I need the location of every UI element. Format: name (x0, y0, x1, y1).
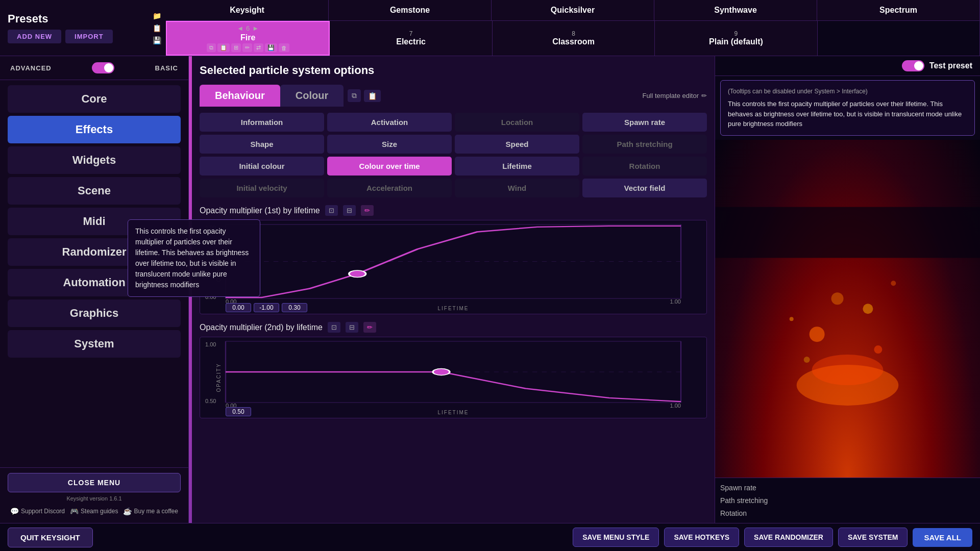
basic-label: BASIC (155, 64, 178, 72)
preset-plain[interactable]: 9 Plain (default) (655, 21, 817, 56)
swap-icon[interactable]: ⇄ (254, 43, 263, 52)
subtab-acceleration[interactable]: Acceleration (327, 179, 452, 197)
subtab-initial-velocity[interactable]: Initial velocity (200, 179, 324, 197)
preset-bar: Presets ADD NEW IMPORT 📁 📋 💾 Keysight Ge… (0, 0, 980, 56)
content-title: Selected particle system options (200, 64, 707, 77)
right-tooltip-text: This controls the first opacity multipli… (728, 99, 967, 129)
clone-icon[interactable]: ⊞ (231, 43, 241, 52)
tab-behaviour[interactable]: Behaviour (200, 85, 280, 107)
main-tab-row: Behaviour Colour ⧉ 📋 Full template edito… (200, 85, 707, 107)
save-hotkeys-button[interactable]: SAVE HOTKEYS (664, 528, 739, 547)
subtab-activation[interactable]: Activation (327, 113, 452, 132)
subtab-location[interactable]: Location (455, 113, 579, 132)
copy-tab-btn[interactable]: ⧉ (348, 89, 361, 102)
svg-point-20 (790, 317, 794, 321)
chart-1-x-label: LIFETIME (437, 306, 469, 311)
advanced-toggle[interactable] (92, 62, 114, 73)
chart-1-x-input[interactable] (226, 303, 251, 312)
bottom-preset-row: ◄ 6 ► Fire ⧉ 📋 ⊞ ✏ ⇄ 💾 🗑 7 Electric (166, 21, 980, 56)
sidebar-item-effects[interactable]: Effects (8, 116, 181, 143)
svg-point-18 (804, 357, 810, 363)
sidebar-item-core[interactable]: Core (8, 85, 181, 113)
close-menu-button[interactable]: CLOSE MENU (8, 473, 181, 492)
tab-synthwave[interactable]: Synthwave (654, 0, 817, 20)
tab-quicksilver[interactable]: Quicksilver (492, 0, 654, 20)
coffee-link[interactable]: ☕ Buy me a coffee (123, 507, 178, 515)
sidebar-item-scene[interactable]: Scene (8, 177, 181, 205)
save-randomizer-button[interactable]: SAVE RANDOMIZER (744, 528, 833, 547)
sidebar-links: 💬 Support Discord 🎮 Steam guides ☕ Buy m… (8, 505, 181, 518)
chart-1-header: Opacity multiplier (1st) by lifetime ⊡ ⊟… (200, 205, 707, 216)
import-button[interactable]: IMPORT (65, 30, 113, 43)
chart-2-table-btn[interactable]: ⊟ (346, 322, 358, 333)
chart-2-header: Opacity multiplier (2nd) by lifetime ⊡ ⊟… (200, 322, 707, 333)
subtab-shape[interactable]: Shape (200, 135, 324, 154)
sidebar-item-widgets[interactable]: Widgets (8, 146, 181, 174)
chart-1-t-input[interactable] (282, 303, 307, 312)
subtab-path-stretching[interactable]: Path stretching (582, 135, 707, 154)
tab-spectrum[interactable]: Spectrum (817, 0, 980, 20)
chart-1-container: OPACITY LIFETIME 1.00 0.00 (200, 220, 707, 314)
svg-point-5 (349, 270, 366, 278)
version-info: Keysight version 1.6.1 (8, 495, 181, 502)
subtab-vector-field[interactable]: Vector field (582, 179, 707, 197)
svg-rect-21 (715, 207, 980, 258)
icon-btn-2[interactable]: 📋 (151, 23, 163, 33)
save-system-button[interactable]: SAVE SYSTEM (838, 528, 908, 547)
tab-keysight[interactable]: Keysight (166, 0, 329, 20)
main-content: Selected particle system options Behavio… (192, 56, 715, 523)
test-preset-toggle[interactable] (902, 60, 924, 71)
sidebar-item-graphics[interactable]: Graphics (8, 299, 181, 327)
chart-2-title: Opacity multiplier (2nd) by lifetime (200, 323, 323, 332)
coffee-icon: ☕ (123, 507, 132, 515)
chart-2-inputs (226, 407, 251, 416)
chart-1-edit-btn[interactable]: ✏ (361, 205, 374, 216)
add-new-button[interactable]: ADD NEW (8, 30, 61, 43)
steam-link[interactable]: 🎮 Steam guides (70, 507, 118, 515)
subtab-spawn-rate[interactable]: Spawn rate (582, 113, 707, 132)
subtab-initial-colour[interactable]: Initial colour (200, 157, 324, 176)
chart-2-edit-btn[interactable]: ✏ (363, 322, 376, 333)
edit-icon[interactable]: ✏ (242, 43, 252, 52)
quit-button[interactable]: QUIT KEYSIGHT (8, 528, 93, 547)
chart-2-container: OPACITY LIFETIME 1.00 0.50 (200, 337, 707, 418)
tab-colour[interactable]: Colour (280, 85, 344, 107)
svg-point-11 (433, 369, 450, 375)
subtab-wind[interactable]: Wind (455, 179, 579, 197)
icon-btn-3[interactable]: 💾 (151, 35, 163, 45)
save-menu-style-button[interactable]: SAVE MENU STYLE (573, 528, 659, 547)
paste-icon[interactable]: 📋 (217, 43, 230, 52)
subtab-rotation[interactable]: Rotation (582, 157, 707, 176)
discord-link[interactable]: 💬 Support Discord (10, 507, 65, 515)
chart-2-section: Opacity multiplier (2nd) by lifetime ⊡ ⊟… (200, 322, 707, 418)
subtab-colour-over-time[interactable]: Colour over time (327, 157, 452, 176)
chart-1-table-btn[interactable]: ⊟ (343, 205, 356, 216)
copy-icon[interactable]: ⧉ (207, 43, 216, 52)
advanced-toggle-row: ADVANCED BASIC (0, 56, 188, 80)
tab-gemstone[interactable]: Gemstone (329, 0, 492, 20)
save-icon[interactable]: 💾 (265, 43, 277, 52)
save-all-button[interactable]: SAVE ALL (913, 528, 972, 547)
chart-1-reset-btn[interactable]: ⊡ (325, 205, 338, 216)
chart-2-reset-btn[interactable]: ⊡ (328, 322, 340, 333)
preset-classroom[interactable]: 8 Classroom (493, 21, 655, 56)
bottom-bar: QUIT KEYSIGHT SAVE MENU STYLE SAVE HOTKE… (0, 523, 980, 551)
subtab-information[interactable]: Information (200, 113, 324, 132)
preset-fire[interactable]: ◄ 6 ► Fire ⧉ 📋 ⊞ ✏ ⇄ 💾 🗑 (166, 21, 330, 56)
sidebar-item-system[interactable]: System (8, 330, 181, 358)
chart-2-y-label: OPACITY (216, 363, 222, 392)
paste-tab-btn[interactable]: 📋 (364, 90, 381, 102)
subtab-speed[interactable]: Speed (455, 135, 579, 154)
presets-label-area: Presets ADD NEW IMPORT (0, 0, 148, 56)
preset-electric[interactable]: 7 Electric (330, 21, 492, 56)
svg-point-19 (891, 281, 896, 286)
advanced-label: ADVANCED (10, 64, 52, 72)
full-template-button[interactable]: Full template editor ✏ (642, 92, 707, 99)
chart-1-y-input[interactable] (254, 303, 279, 312)
delete-icon[interactable]: 🗑 (279, 43, 289, 52)
svg-point-17 (874, 345, 882, 354)
subtab-size[interactable]: Size (327, 135, 452, 154)
chart-2-val-input[interactable] (226, 407, 251, 416)
subtab-lifetime[interactable]: Lifetime (455, 157, 579, 176)
icon-btn-1[interactable]: 📁 (151, 11, 163, 21)
